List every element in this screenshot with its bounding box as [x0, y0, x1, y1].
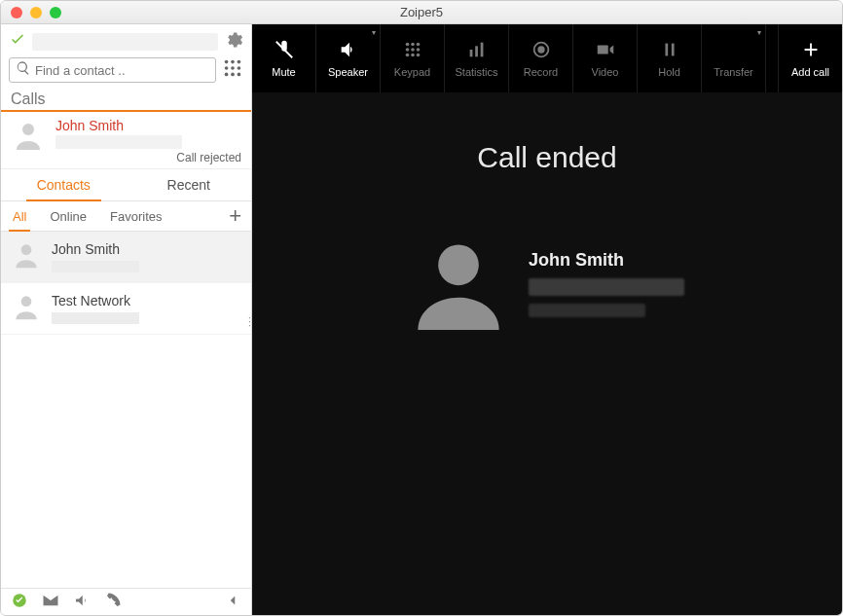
contact-name: Test Network — [52, 293, 139, 308]
svg-point-4 — [231, 66, 235, 70]
add-call-label: Add call — [791, 66, 829, 78]
svg-point-11 — [21, 296, 32, 307]
svg-point-17 — [411, 48, 415, 52]
chevron-down-icon: ▾ — [757, 28, 761, 37]
close-window-button[interactable] — [11, 7, 22, 18]
svg-rect-22 — [469, 50, 472, 56]
caller-name: John Smith — [529, 250, 684, 271]
sidebar: Calls John Smith Call rejected Contacts … — [1, 24, 252, 615]
call-item-status: Call rejected — [55, 151, 241, 164]
svg-rect-23 — [475, 46, 478, 56]
window-title: Zoiper5 — [1, 5, 842, 19]
add-call-button[interactable]: Add call — [778, 24, 842, 92]
svg-point-0 — [225, 60, 229, 64]
recent-call-item[interactable]: John Smith Call rejected — [1, 112, 251, 169]
filter-online[interactable]: Online — [38, 202, 98, 231]
call-status-text: Call ended — [477, 141, 616, 174]
svg-point-1 — [231, 60, 235, 64]
dialpad-icon[interactable] — [222, 57, 243, 83]
mute-button[interactable]: Mute — [252, 24, 316, 92]
svg-rect-28 — [665, 44, 668, 56]
phone-icon[interactable] — [104, 592, 122, 613]
contacts-list: John Smith Test Network — [1, 232, 251, 588]
collapse-sidebar-icon[interactable] — [224, 592, 241, 613]
call-toolbar: Mute ▾ Speaker Keypad Statistics R — [252, 24, 842, 92]
contacts-filter-row: All Online Favorites + — [1, 201, 251, 232]
minimize-window-button[interactable] — [30, 7, 42, 18]
main-split: Calls John Smith Call rejected Contacts … — [1, 24, 842, 615]
sidebar-footer — [1, 588, 251, 615]
svg-point-10 — [21, 244, 32, 255]
app-window: Zoiper5 — [0, 0, 843, 616]
speaker-label: Speaker — [328, 66, 368, 78]
volume-icon[interactable] — [73, 592, 91, 613]
calls-section-header: Calls — [1, 87, 251, 112]
call-item-name: John Smith — [55, 118, 241, 133]
tab-recent[interactable]: Recent — [127, 169, 252, 200]
account-status-icon — [9, 31, 26, 53]
search-input-wrap[interactable] — [9, 57, 216, 83]
settings-icon[interactable] — [224, 30, 243, 54]
call-panel: ··· Mute ▾ Speaker Keypad Statistic — [252, 24, 842, 615]
svg-point-6 — [225, 73, 229, 77]
caller-block: John Smith — [410, 233, 684, 334]
svg-point-2 — [238, 60, 241, 64]
search-icon — [16, 60, 31, 80]
svg-rect-24 — [480, 43, 483, 57]
contact-detail — [52, 261, 139, 272]
svg-point-20 — [411, 54, 415, 57]
transfer-label: Transfer — [714, 66, 753, 78]
caller-detail-line-1 — [529, 278, 684, 296]
filter-all[interactable]: All — [1, 202, 38, 231]
sidebar-top — [1, 24, 251, 87]
caller-detail-line-2 — [529, 304, 645, 317]
svg-point-8 — [238, 73, 241, 77]
svg-point-21 — [416, 54, 420, 57]
presence-icon[interactable] — [11, 592, 28, 613]
call-body: Call ended John Smith — [252, 92, 842, 615]
splitter-handle[interactable]: ··· — [248, 316, 251, 328]
avatar-icon — [11, 239, 42, 274]
hold-button[interactable]: Hold — [638, 24, 702, 92]
svg-point-5 — [238, 66, 241, 70]
speaker-button[interactable]: ▾ Speaker — [316, 24, 381, 92]
svg-rect-27 — [597, 45, 607, 54]
filter-favorites[interactable]: Favorites — [98, 202, 173, 231]
chevron-down-icon: ▾ — [372, 28, 376, 37]
avatar-icon — [11, 291, 42, 326]
svg-rect-29 — [671, 44, 674, 56]
svg-point-30 — [438, 245, 479, 286]
svg-point-19 — [405, 54, 409, 57]
messages-icon[interactable] — [42, 592, 59, 613]
account-label[interactable] — [32, 33, 218, 51]
video-label: Video — [592, 66, 619, 78]
keypad-button[interactable]: Keypad — [381, 24, 445, 92]
svg-point-16 — [405, 48, 409, 52]
contact-detail — [52, 312, 139, 324]
record-label: Record — [524, 66, 558, 78]
svg-point-15 — [416, 43, 420, 47]
contacts-recent-tabs: Contacts Recent — [1, 169, 251, 201]
contact-item[interactable]: John Smith — [1, 232, 251, 283]
call-item-detail — [55, 135, 182, 149]
tab-contacts[interactable]: Contacts — [1, 169, 127, 200]
svg-point-26 — [537, 46, 544, 53]
statistics-button[interactable]: Statistics — [445, 24, 509, 92]
svg-point-9 — [22, 124, 34, 135]
statistics-label: Statistics — [455, 66, 497, 78]
contact-name: John Smith — [52, 241, 139, 257]
svg-point-7 — [231, 73, 235, 77]
titlebar: Zoiper5 — [1, 1, 842, 24]
record-button[interactable]: Record — [509, 24, 573, 92]
zoom-window-button[interactable] — [50, 7, 61, 18]
mute-label: Mute — [272, 66, 295, 78]
svg-point-3 — [225, 66, 229, 70]
contact-item[interactable]: Test Network — [1, 283, 251, 335]
hold-label: Hold — [658, 66, 680, 78]
svg-point-14 — [411, 43, 415, 47]
transfer-button[interactable]: ▾ Transfer — [702, 24, 766, 92]
search-input[interactable] — [35, 63, 209, 78]
video-button[interactable]: Video — [573, 24, 638, 92]
svg-point-18 — [416, 48, 420, 52]
add-contact-button[interactable]: + — [219, 201, 251, 231]
